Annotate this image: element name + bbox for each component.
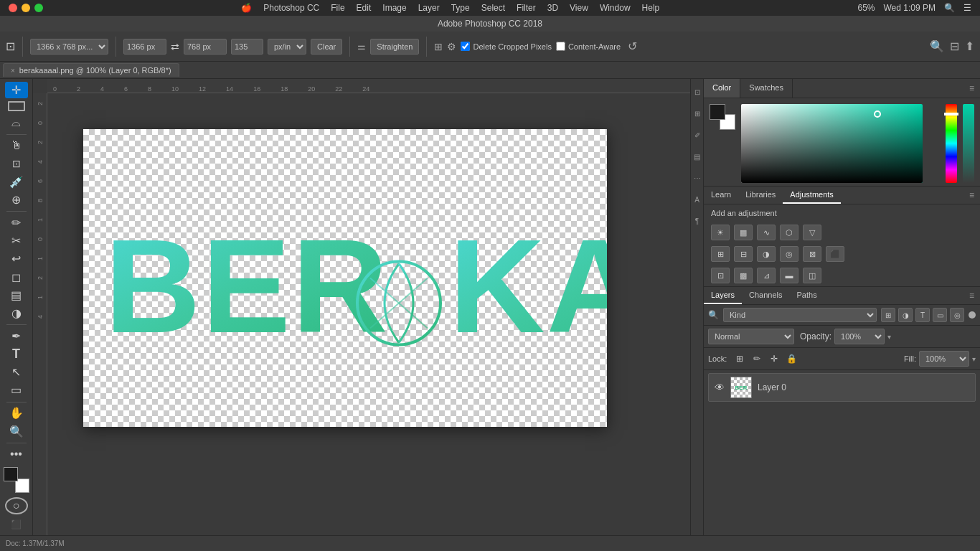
panel-strip-btn-4[interactable]: ▤ [692,146,702,166]
minimize-button[interactable] [22,4,30,12]
maximize-button[interactable] [34,4,43,12]
fill-select[interactable]: 100% [919,351,969,367]
panel-strip-btn-7[interactable]: ¶ [692,211,702,231]
quick-select-tool[interactable]: 🖱 [5,137,28,154]
grid-icon[interactable]: ⊞ [434,41,443,52]
menu-type[interactable]: Type [451,3,470,13]
lock-all[interactable]: 🔒 [784,352,798,366]
marquee-tool[interactable] [8,101,25,111]
color-saturation-gradient[interactable] [741,104,923,183]
clone-stamp-tool[interactable]: ✂ [5,232,28,249]
adjust-panel-menu[interactable]: ≡ [963,187,980,204]
layer-row[interactable]: 👁 BER Layer 0 [708,373,976,402]
gradient-tool[interactable]: ▤ [5,287,28,303]
tab-adjustments[interactable]: Adjustments [783,187,841,204]
foreground-swatch[interactable] [710,104,725,120]
canvas-area[interactable]: 0 2 4 6 8 10 12 14 16 18 20 22 24 2 0 2 … [33,79,690,535]
search-ps-icon[interactable]: 🔍 [930,39,944,53]
search-icon[interactable]: 🔍 [944,3,955,13]
menu-image[interactable]: Image [382,3,406,13]
filter-smart[interactable]: ◎ [950,308,964,322]
adj-vibrance[interactable]: ▽ [803,225,821,240]
alpha-spectrum[interactable] [963,104,974,183]
reset-icon[interactable]: ↺ [628,39,637,53]
eraser-tool[interactable]: ◻ [5,268,28,285]
adj-hsl[interactable]: ⊞ [711,246,730,262]
dodge-tool[interactable]: ◑ [5,305,28,321]
shape-tool[interactable]: ▭ [5,382,28,398]
pen-tool[interactable]: ✒ [5,328,28,344]
blend-mode-select[interactable]: Normal [708,329,794,344]
filter-adjustment[interactable]: ◑ [898,308,913,322]
size-preset-select[interactable]: 980 x 551 px... [30,39,108,55]
adj-levels[interactable]: ▦ [734,225,753,240]
tab-channels[interactable]: Channels [742,287,789,304]
panel-strip-btn-3[interactable]: ✐ [692,125,702,145]
tab-libraries[interactable]: Libraries [738,187,783,204]
lasso-tool[interactable]: ⌓ [5,114,28,131]
adj-exposure[interactable]: ⬡ [780,225,798,240]
history-brush-tool[interactable]: ↩ [5,250,28,267]
adj-photofilter[interactable]: ◎ [780,246,798,262]
type-tool[interactable]: T [5,346,28,362]
alpha-spectrum-area[interactable] [963,104,974,183]
unit-select[interactable]: px/in [268,39,306,55]
angle-input[interactable] [231,39,263,55]
path-selection-tool[interactable]: ↖ [5,364,28,380]
hue-spectrum-area[interactable] [946,104,957,183]
opacity-select[interactable]: 100% [834,329,885,344]
adj-colorlookup[interactable]: ⬛ [826,246,844,262]
menu-photoshop[interactable]: Photoshop CC [263,3,319,13]
tab-learn[interactable]: Learn [704,187,738,204]
swap-dimensions-icon[interactable]: ⇄ [171,41,179,52]
menu-select[interactable]: Select [481,3,505,13]
menu-help[interactable]: Help [642,3,660,13]
settings-icon[interactable]: ⚙ [447,41,456,52]
close-button[interactable] [9,4,17,12]
quick-mask-toggle[interactable]: ○ [5,497,28,514]
filter-type[interactable]: T [915,308,930,322]
adj-invert[interactable]: ⊡ [711,268,730,283]
color-panel-menu[interactable]: ≡ [963,79,980,98]
filter-shape[interactable]: ▭ [933,308,947,322]
content-aware-checkbox[interactable]: Content-Aware [556,42,621,51]
adj-brightness[interactable]: ☀ [711,225,730,240]
adj-threshold[interactable]: ⊿ [757,268,776,283]
lock-pixels[interactable]: ⊞ [732,352,747,366]
notification-icon[interactable]: ☰ [963,3,971,13]
foreground-color-swatch[interactable] [4,467,18,481]
lock-move[interactable]: ✛ [767,352,781,366]
menu-3d[interactable]: 3D [547,3,558,13]
hue-spectrum[interactable] [946,104,957,183]
hand-tool[interactable]: ✋ [5,405,28,421]
menu-file[interactable]: File [331,3,344,13]
tab-layers[interactable]: Layers [704,287,742,304]
straighten-button[interactable]: Straighten [370,39,419,55]
adj-gradient-map[interactable]: ▬ [780,268,798,283]
share-icon[interactable]: ⬆ [965,39,974,53]
arrange-icon[interactable]: ⊟ [950,39,959,53]
menu-window[interactable]: Window [600,3,631,13]
screen-mode[interactable]: ⬛ [5,516,28,532]
adj-channelmixer[interactable]: ⊠ [803,246,821,262]
apple-menu[interactable]: 🍎 [241,3,252,13]
more-tools[interactable]: ••• [5,446,28,462]
adj-bw[interactable]: ◑ [757,246,776,262]
adj-colorbalance[interactable]: ⊟ [734,246,753,262]
color-gradient-area[interactable] [741,104,940,183]
menu-layer[interactable]: Layer [418,3,440,13]
layer-visibility-toggle[interactable]: 👁 [715,382,725,393]
panel-strip-btn-2[interactable]: ⊞ [692,103,702,123]
delete-cropped-checkbox[interactable]: Delete Cropped Pixels [461,42,551,51]
eyedropper-tool[interactable]: 💉 [5,174,28,190]
layers-kind-select[interactable]: Kind [723,308,877,322]
crop-tool[interactable]: ⊡ [5,155,28,171]
width-input[interactable] [123,39,166,55]
canvas-viewport[interactable]: BER [47,93,690,535]
height-input[interactable] [184,39,227,55]
menu-view[interactable]: View [570,3,588,13]
zoom-tool[interactable]: 🔍 [5,423,28,439]
brush-tool[interactable]: ✏ [5,215,28,231]
adj-selective-color[interactable]: ◫ [803,268,821,283]
tab-swatches[interactable]: Swatches [740,79,793,98]
